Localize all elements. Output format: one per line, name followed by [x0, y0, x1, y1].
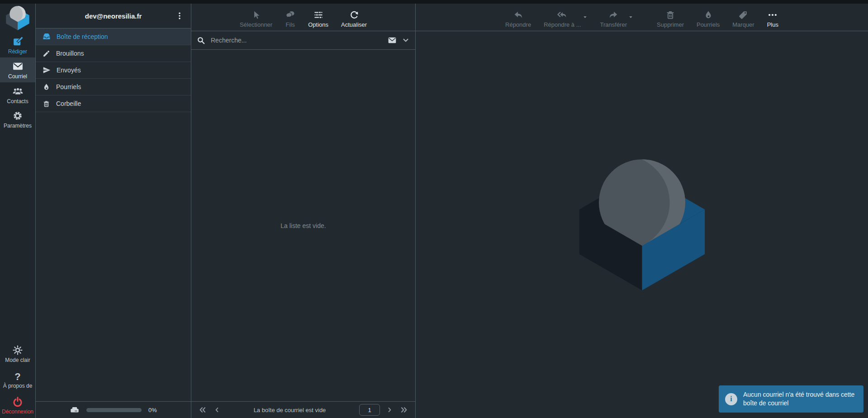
folder-item-inbox[interactable]: Boîte de réception	[36, 28, 191, 45]
kebab-menu-icon	[175, 11, 184, 20]
page-number-input[interactable]	[359, 404, 380, 416]
toolbar-label: Fils	[286, 21, 295, 28]
pencil-icon	[43, 50, 50, 57]
next-page-button[interactable]	[386, 407, 393, 413]
cursor-icon	[251, 10, 261, 20]
forward-button[interactable]: Transférer	[600, 10, 627, 28]
folder-item-trash[interactable]: Corbeille	[36, 95, 191, 112]
toolbar-label: Supprimer	[657, 21, 684, 28]
delete-button[interactable]: Supprimer	[657, 10, 684, 28]
folder-pane: dev@neoresilia.fr Boîte de réception Bro…	[36, 4, 191, 418]
trash-icon	[43, 100, 50, 108]
forward-icon	[608, 10, 619, 20]
tag-icon	[738, 10, 748, 20]
list-status-text: La boîte de courriel est vide	[227, 407, 353, 413]
junk-button[interactable]: Pourriels	[697, 10, 720, 28]
toolbar-label: Répondre à ...	[544, 21, 581, 28]
hard-drive-icon[interactable]	[70, 405, 80, 415]
contacts-icon	[12, 86, 24, 97]
quota-footer: 0%	[36, 401, 191, 418]
reply-all-button[interactable]: Répondre à ...	[544, 10, 581, 28]
search-bar	[191, 31, 415, 50]
folder-item-sent[interactable]: Envoyés	[36, 62, 191, 79]
sidebar-item-settings[interactable]: Paramètres	[0, 107, 35, 132]
first-page-button[interactable]	[198, 406, 208, 413]
sidebar-item-mail[interactable]: Courriel	[0, 57, 35, 82]
sidebar-item-label: Paramètres	[4, 123, 32, 129]
caret-down-icon	[582, 14, 588, 20]
threads-button[interactable]: Fils	[285, 10, 295, 28]
sidebar-item-compose[interactable]: Rédiger	[0, 33, 35, 57]
toolbar-label: Répondre	[505, 21, 531, 28]
trash-icon	[665, 10, 675, 20]
folder-item-drafts[interactable]: Brouillons	[36, 45, 191, 62]
message-content-pane: Répondre Répondre à ... Transférer	[416, 4, 868, 418]
first-page-icon	[198, 406, 208, 413]
search-scope-button[interactable]	[387, 36, 397, 45]
sidebar-item-about[interactable]: ? À propos de	[0, 368, 35, 393]
mail-icon	[12, 61, 24, 72]
sidebar-item-light-mode[interactable]: Mode clair	[0, 342, 35, 368]
message-list-pane: Sélectionner Fils Options Actualiser	[191, 4, 416, 418]
reply-all-icon	[556, 10, 568, 20]
mark-button[interactable]: Marquer	[732, 10, 754, 28]
paper-plane-icon	[43, 66, 51, 74]
ellipsis-icon	[767, 10, 778, 20]
folder-label: Pourriels	[56, 83, 81, 90]
reply-button[interactable]: Répondre	[505, 10, 531, 28]
settings-gear-icon	[12, 110, 23, 121]
last-page-button[interactable]	[399, 406, 409, 413]
folder-options-button[interactable]	[174, 10, 185, 22]
app-layout: Rédiger Courriel Contacts Paramètres Mod…	[0, 4, 868, 418]
threads-bubbles-icon	[285, 10, 295, 20]
toolbar-label: Options	[308, 21, 328, 28]
refresh-button[interactable]: Actualiser	[341, 10, 367, 28]
toolbar-label: Sélectionner	[240, 21, 272, 28]
quota-percent: 0%	[148, 407, 157, 413]
toast-message: Aucun courriel n'a été trouvé dans cette…	[743, 390, 857, 408]
refresh-icon	[349, 10, 359, 20]
search-icon	[197, 36, 205, 45]
message-content-body: i Aucun courriel n'a été trouvé dans cet…	[416, 31, 868, 418]
search-input[interactable]	[210, 36, 383, 44]
reply-all-caret-button[interactable]	[582, 14, 588, 21]
select-button[interactable]: Sélectionner	[240, 10, 272, 28]
sidebar-item-label: Courriel	[8, 73, 27, 80]
sidebar-item-label: Rédiger	[8, 48, 27, 55]
question-icon: ?	[14, 372, 20, 381]
sun-icon	[12, 345, 23, 356]
app-logo[interactable]	[0, 4, 35, 33]
list-pagination-footer: La boîte de courriel est vide	[191, 401, 415, 418]
roundcube-watermark-logo	[571, 157, 713, 293]
sidebar-item-label: Mode clair	[5, 357, 30, 363]
power-icon	[12, 396, 23, 407]
folder-label: Boîte de réception	[57, 33, 108, 40]
window-top-strip	[0, 0, 868, 4]
previous-page-button[interactable]	[214, 407, 220, 413]
last-page-icon	[399, 406, 409, 413]
account-email: dev@neoresilia.fr	[85, 12, 142, 20]
folder-label: Brouillons	[56, 50, 84, 57]
forward-caret-button[interactable]	[628, 14, 634, 21]
inbox-icon	[43, 33, 51, 41]
search-options-button[interactable]	[402, 36, 410, 44]
sidebar-item-logout[interactable]: Déconnexion	[0, 393, 35, 418]
list-toolbar: Sélectionner Fils Options Actualiser	[191, 4, 415, 31]
previous-page-icon	[214, 407, 220, 413]
more-button[interactable]: Plus	[767, 10, 778, 28]
reply-icon	[513, 10, 524, 20]
toolbar-label: Plus	[767, 21, 778, 28]
folder-label: Envoyés	[57, 66, 81, 74]
options-button[interactable]: Options	[308, 10, 328, 28]
folder-item-junk[interactable]: Pourriels	[36, 79, 191, 95]
toast-notification[interactable]: i Aucun courriel n'a été trouvé dans cet…	[719, 385, 863, 413]
folder-list: Boîte de réception Brouillons Envoyés Po…	[36, 28, 191, 112]
roundcube-logo-icon	[5, 5, 31, 31]
roundcube-webmail-window: Rédiger Courriel Contacts Paramètres Mod…	[0, 0, 868, 418]
sidebar-item-contacts[interactable]: Contacts	[0, 82, 35, 107]
sidebar-item-label: Déconnexion	[2, 408, 33, 415]
sliders-icon	[313, 10, 323, 20]
quota-progress-bar	[86, 408, 142, 412]
toolbar-label: Actualiser	[341, 21, 367, 28]
flame-icon	[43, 83, 50, 91]
